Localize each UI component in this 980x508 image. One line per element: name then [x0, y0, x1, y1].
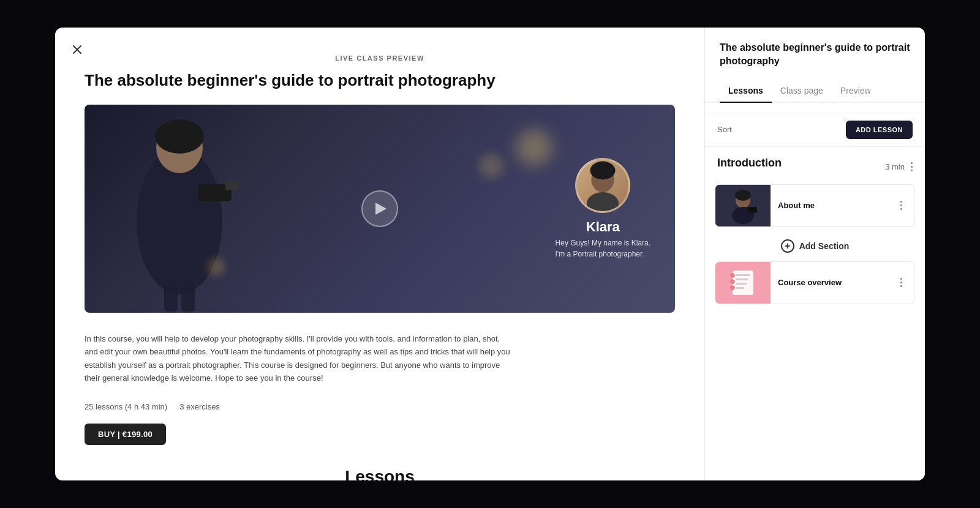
section-title: Introduction: [715, 157, 782, 170]
svg-point-14: [735, 190, 751, 201]
sort-button[interactable]: Sort: [717, 125, 732, 134]
lesson-more-button-course-overview[interactable]: [892, 274, 910, 291]
right-header: The absolute beginner's guide to portrai…: [705, 28, 925, 113]
buy-button[interactable]: BUY | €199.00: [85, 424, 166, 445]
add-lesson-button[interactable]: ADD LESSON: [846, 121, 913, 139]
instructor-card: Klara Hey Guys! My name is Klara. I'm a …: [556, 158, 650, 260]
dot-1: [911, 162, 913, 164]
tab-class-page[interactable]: Class page: [772, 80, 832, 103]
bokeh-light-1: [516, 129, 552, 166]
svg-rect-7: [164, 282, 178, 312]
add-section-button[interactable]: + Add Section: [781, 239, 850, 253]
add-section-row: + Add Section: [715, 233, 915, 261]
svg-point-25: [731, 286, 734, 289]
thumb-image-course-overview: [715, 262, 771, 304]
hero-image: Klara Hey Guys! My name is Klara. I'm a …: [85, 105, 675, 313]
svg-point-4: [155, 119, 204, 154]
course-description: In this course, you will help to develop…: [85, 332, 513, 385]
right-content: Introduction 3 min: [705, 147, 925, 480]
tab-lessons[interactable]: Lessons: [720, 80, 772, 103]
lesson-card-about-me: About me: [715, 184, 915, 227]
right-toolbar: Sort ADD LESSON: [705, 113, 925, 147]
instructor-name: Klara: [586, 219, 620, 235]
right-panel-title: The absolute beginner's guide to portrai…: [720, 41, 910, 69]
bokeh-light-2: [479, 154, 503, 178]
lesson-more-button-about-me[interactable]: [892, 197, 910, 214]
svg-point-10: [590, 161, 616, 179]
play-button[interactable]: [361, 190, 398, 227]
modal-container: LIVE CLASS PREVIEW The absolute beginner…: [55, 28, 925, 480]
left-panel: LIVE CLASS PREVIEW The absolute beginner…: [55, 28, 704, 480]
add-section-label: Add Section: [799, 241, 850, 251]
svg-rect-16: [747, 207, 757, 213]
modal-overlay: LIVE CLASS PREVIEW The absolute beginner…: [0, 0, 980, 508]
lesson-title-course-overview: Course overview: [771, 278, 892, 287]
instructor-avatar: [575, 158, 630, 213]
svg-point-23: [731, 274, 734, 277]
thumb-image-about-me: [715, 185, 771, 226]
lesson-thumb-course-overview: [715, 262, 771, 304]
course-meta: 25 lessons (4 h 43 min) 3 exercises: [85, 402, 675, 411]
svg-rect-20: [736, 278, 748, 280]
svg-point-11: [587, 192, 619, 211]
dot-2: [911, 166, 913, 168]
section-duration-row: 3 min: [885, 160, 915, 174]
course-title-left: The absolute beginner's guide to portrai…: [85, 70, 675, 91]
instructor-bio: Hey Guys! My name is Klara. I'm a Portra…: [556, 237, 650, 260]
svg-rect-19: [736, 274, 750, 276]
right-tabs: Lessons Class page Preview: [705, 80, 925, 103]
play-icon: [375, 203, 386, 215]
lessons-heading: Lessons: [85, 467, 675, 480]
live-badge: LIVE CLASS PREVIEW: [85, 54, 675, 62]
bokeh-light-3: [207, 258, 225, 276]
close-button[interactable]: [67, 40, 87, 59]
lesson-thumb-about-me: [715, 185, 771, 226]
section-more-button[interactable]: [908, 160, 915, 174]
exercises-count: 3 exercises: [179, 402, 220, 411]
section-header: Introduction 3 min: [715, 157, 915, 177]
avatar-image: [577, 158, 628, 211]
lesson-title-about-me: About me: [771, 201, 892, 210]
svg-rect-6: [225, 181, 239, 190]
plus-circle-icon: +: [781, 239, 794, 253]
svg-rect-22: [736, 287, 744, 289]
tab-preview[interactable]: Preview: [832, 80, 880, 103]
svg-rect-21: [736, 283, 747, 285]
svg-point-24: [731, 280, 734, 283]
lessons-count: 25 lessons (4 h 43 min): [85, 402, 167, 411]
section-duration: 3 min: [885, 162, 905, 171]
lesson-card-course-overview: Course overview: [715, 261, 915, 304]
svg-rect-8: [181, 282, 195, 312]
photographer-silhouette: [103, 111, 256, 313]
right-panel: The absolute beginner's guide to portrai…: [704, 28, 925, 480]
dot-3: [911, 170, 913, 171]
